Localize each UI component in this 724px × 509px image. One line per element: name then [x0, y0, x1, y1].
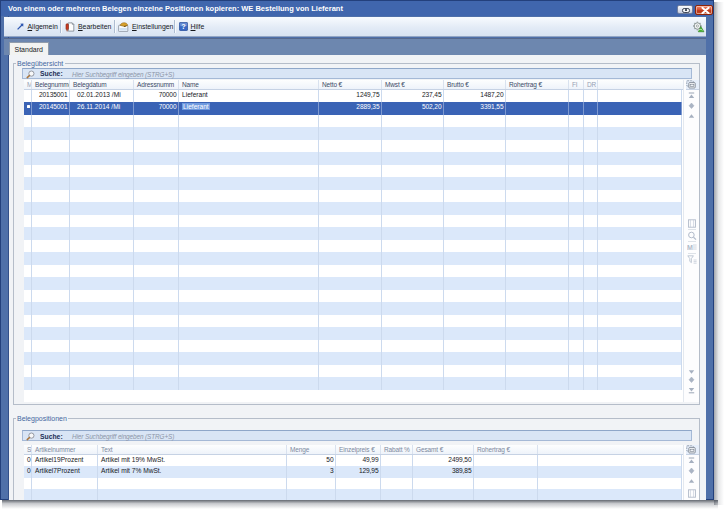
scroll-bottom-icon[interactable]	[687, 387, 696, 394]
grid-cell	[134, 152, 179, 165]
grid-cell: 26.11.2014 /Mi	[70, 102, 134, 115]
column-header-gesamt-[interactable]: Gesamt €	[413, 445, 474, 454]
grid-row[interactable]	[24, 352, 682, 365]
grid-row[interactable]: 2013500102.01.2013 /Mi70000Lieferant1249…	[24, 90, 682, 103]
toolbar-button-hilfe[interactable]: ?Hilfe	[179, 17, 205, 36]
search-placeholder: Hier Suchbegriff eingeben (STRG+S)	[72, 433, 174, 440]
grid-row[interactable]	[24, 127, 682, 140]
toolbar-button-bearbeiten[interactable]: Bearbeiten	[65, 17, 111, 36]
column-chooser-button[interactable]	[686, 80, 699, 91]
grid-row[interactable]	[24, 478, 682, 490]
column-header-belegdatum[interactable]: Belegdatum	[70, 80, 134, 89]
grid-row[interactable]	[24, 202, 682, 215]
grid-row[interactable]	[24, 177, 682, 190]
grid-row[interactable]	[24, 265, 682, 278]
grid-row[interactable]	[24, 165, 682, 178]
grid-cell: 49,99	[336, 455, 381, 467]
grid-cell	[24, 115, 32, 128]
grid-row[interactable]	[24, 290, 682, 303]
toolbar-label: Einstellungen	[132, 23, 173, 30]
column-header-rabatt-[interactable]: Rabatt %	[381, 445, 413, 454]
grid-cell	[32, 127, 70, 140]
grid-row-selected[interactable]: 2014500126.11.2014 /Mi70000Lieferant2889…	[24, 102, 682, 115]
grid-cell	[444, 302, 506, 315]
scroll-page-up-icon[interactable]	[687, 102, 696, 110]
grid-cell	[506, 127, 569, 140]
scroll-page-down-icon[interactable]	[687, 376, 696, 384]
grid-cell	[382, 277, 444, 290]
grid-row[interactable]	[24, 377, 682, 390]
grid-cell	[32, 277, 70, 290]
grid-row[interactable]	[24, 227, 682, 240]
grid-cell: Lieferant	[179, 102, 319, 115]
grid-row[interactable]	[24, 365, 682, 378]
column-header-adressnumm[interactable]: Adressnumm	[134, 80, 179, 89]
column-header-belegnummer[interactable]: Belegnummer	[32, 80, 70, 89]
scroll-down-icon[interactable]	[687, 369, 696, 375]
column-header-s[interactable]: S	[24, 445, 32, 454]
scroll-top-icon[interactable]	[687, 92, 696, 99]
grid-row[interactable]	[24, 340, 682, 353]
title-bar[interactable]: Von einem oder mehreren Belegen einzelne…	[1, 1, 713, 16]
view-card-icon[interactable]	[687, 219, 697, 228]
column-header-brutto-[interactable]: Brutto €	[444, 80, 506, 89]
grid-row[interactable]	[24, 152, 682, 165]
grid-cell: Artikel mit 7% MwSt.	[98, 466, 287, 478]
search-bar[interactable]: Suche:Hier Suchbegriff eingeben (STRG+S)	[22, 430, 692, 441]
grid-cell	[538, 478, 682, 490]
grid-row[interactable]	[24, 190, 682, 203]
grid-row[interactable]: 0Artikel19ProzentArtikel mit 19% MwSt.50…	[24, 455, 682, 467]
column-header-m[interactable]: M	[24, 80, 32, 89]
sum-icon[interactable]: M	[687, 243, 697, 251]
toolbar-button-allgemein[interactable]: Allgemein	[16, 17, 58, 36]
column-header-einzelpreis-[interactable]: Einzelpreis €	[336, 445, 381, 454]
grid-row[interactable]	[24, 140, 682, 153]
grid-cell	[584, 377, 598, 390]
column-header-fi[interactable]: FI	[569, 80, 584, 89]
column-header-rohertrag-[interactable]: Rohertrag €	[506, 80, 569, 89]
restore-button[interactable]	[677, 5, 693, 14]
grid-cell	[598, 90, 682, 103]
grid-cell	[134, 377, 179, 390]
grid-cell	[336, 489, 381, 500]
close-button[interactable]	[695, 5, 713, 15]
grid-cell	[32, 365, 70, 378]
grid-cell	[598, 152, 682, 165]
scroll-page-up-icon[interactable]	[687, 467, 696, 475]
grid-row[interactable]	[24, 240, 682, 253]
grid-cell: 237,45	[382, 90, 444, 103]
column-header-dr[interactable]: DR	[584, 80, 598, 89]
column-header-netto-[interactable]: Netto €	[319, 80, 382, 89]
grid-row[interactable]: 0Artikel7ProzentArtikel mit 7% MwSt.3129…	[24, 466, 682, 478]
toolbar-button-einstellungen[interactable]: Einstellungen	[118, 17, 173, 36]
view-card-icon[interactable]	[687, 489, 697, 498]
column-header-menge[interactable]: Menge	[287, 445, 336, 454]
column-header-mwst-[interactable]: Mwst €	[382, 80, 444, 89]
grid-cell	[134, 265, 179, 278]
scroll-up-icon[interactable]	[687, 113, 696, 119]
grid-row[interactable]	[24, 215, 682, 228]
grid-row[interactable]	[24, 489, 682, 500]
grid-cell	[287, 478, 336, 490]
grid-cell	[598, 102, 682, 115]
gear-refresh-icon[interactable]	[692, 21, 705, 33]
grid-row[interactable]	[24, 315, 682, 328]
column-header-rohertrag-[interactable]: Rohertrag €	[474, 445, 538, 454]
grid-row[interactable]	[24, 302, 682, 315]
column-header-name[interactable]: Name	[179, 80, 319, 89]
grid-row[interactable]	[24, 277, 682, 290]
column-header-text[interactable]: Text	[98, 445, 287, 454]
grid-cell	[382, 365, 444, 378]
grid-row[interactable]	[24, 115, 682, 128]
scroll-up-icon[interactable]	[687, 478, 696, 484]
column-chooser-button[interactable]	[686, 445, 699, 456]
grid-cell	[24, 265, 32, 278]
filter-icon[interactable]	[687, 255, 697, 264]
grid-cell	[382, 165, 444, 178]
grid-row[interactable]	[24, 252, 682, 265]
scroll-top-icon[interactable]	[687, 457, 696, 464]
search-bar[interactable]: Suche:Hier Suchbegriff eingeben (STRG+S)	[22, 68, 692, 79]
grid-row[interactable]	[24, 327, 682, 340]
column-header-artikelnummer[interactable]: Artikelnummer	[32, 445, 98, 454]
grid-cell	[24, 190, 32, 203]
